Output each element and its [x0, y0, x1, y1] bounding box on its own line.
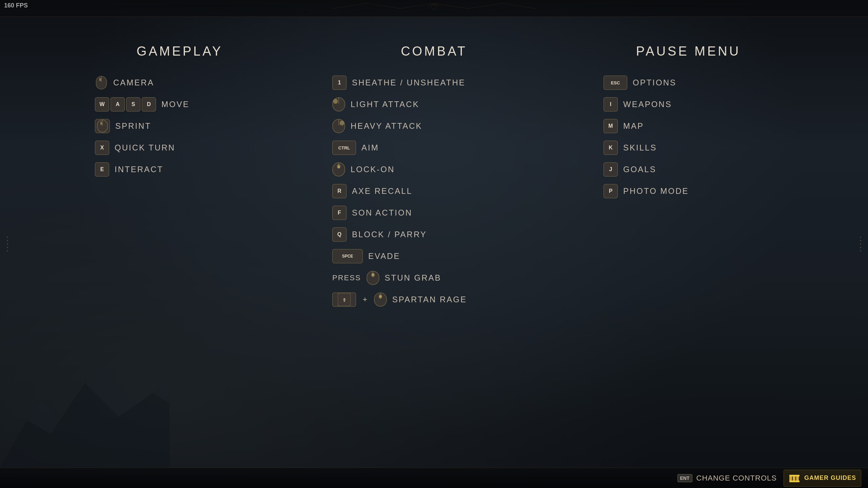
combat-stungrab-label: STUN GRAB: [385, 273, 441, 283]
key-space: SPCE: [332, 249, 363, 263]
enter-key-badge: ENT: [677, 474, 692, 482]
key-lalt: ⇧: [332, 292, 356, 307]
gameplay-move-label: MOVE: [161, 100, 190, 109]
combat-spartanrage-label: SPARTAN RAGE: [392, 295, 467, 304]
svg-rect-32: [789, 475, 800, 476]
combat-sonaction-label: SON ACTION: [352, 208, 412, 218]
main-content: GAMEPLAY CAMERA W A S: [0, 17, 868, 468]
mouse-icon-camera: [95, 76, 108, 90]
pausemenu-column: PAUSE MENU ESC OPTIONS I WEAPONS M MAP: [604, 44, 773, 307]
key-j: J: [604, 162, 618, 177]
combat-sonaction-row: F SON ACTION: [332, 206, 467, 220]
svg-rect-8: [100, 122, 102, 125]
columns-wrapper: GAMEPLAY CAMERA W A S: [61, 44, 807, 307]
combat-heavyattack-row: HEAVY ATTACK: [332, 119, 467, 133]
mouse-left-icon: [332, 97, 345, 111]
key-esc: ESC: [604, 76, 627, 90]
combat-sheathe-label: SHEATHE / UNSHEATHE: [352, 78, 466, 87]
gamer-guides-text: GAMER GUIDES: [804, 474, 856, 482]
change-controls-label: CHANGE CONTROLS: [696, 474, 777, 483]
svg-text:⇧: ⇧: [342, 298, 346, 303]
svg-rect-11: [333, 99, 338, 104]
combat-aim-label: AIM: [361, 143, 379, 152]
pausemenu-skills-row: K SKILLS: [604, 141, 689, 155]
svg-point-22: [372, 274, 374, 276]
key-q: Q: [332, 227, 347, 242]
gameplay-quickturn-label: QUICK TURN: [115, 143, 175, 152]
mouse-spartanrage-icon: [374, 292, 387, 307]
gamer-guides-logo: GAMER GUIDES: [784, 470, 861, 487]
gamer-guides-icon: [789, 472, 801, 484]
combat-title: COMBAT: [401, 44, 467, 59]
bottom-bar: ENT CHANGE CONTROLS GAMER GUIDES: [0, 468, 868, 488]
gameplay-bindings: CAMERA W A S D MOVE: [95, 76, 190, 177]
combat-axerecall-label: AXE RECALL: [352, 186, 412, 196]
pausemenu-map-row: M MAP: [604, 119, 689, 133]
pausemenu-weapons-label: WEAPONS: [623, 100, 672, 109]
pausemenu-bindings: ESC OPTIONS I WEAPONS M MAP K SKILLS: [604, 76, 689, 198]
key-p: P: [604, 184, 618, 198]
combat-stungrab-prefix: PRESS: [332, 273, 361, 282]
combat-lightattack-label: LIGHT ATTACK: [351, 100, 419, 109]
combat-axerecall-row: R AXE RECALL: [332, 184, 467, 198]
gameplay-interact-row: E INTERACT: [95, 162, 190, 177]
key-e: E: [95, 162, 109, 177]
svg-point-28: [379, 296, 381, 298]
top-bar: 160 FPS: [0, 0, 868, 17]
pausemenu-goals-row: J GOALS: [604, 162, 689, 177]
combat-sheathe-row: 1 SHEATHE / UNSHEATHE: [332, 76, 467, 90]
key-1: 1: [332, 76, 347, 90]
pausemenu-title: PAUSE MENU: [636, 44, 741, 59]
combat-spartanrage-plus: +: [363, 295, 367, 304]
pausemenu-photomode-label: PHOTO MODE: [623, 186, 689, 196]
key-f: F: [332, 206, 347, 220]
pausemenu-options-label: OPTIONS: [633, 78, 676, 87]
mouse-press-icon: [367, 271, 379, 285]
combat-lockon-row: LOCK-ON: [332, 162, 467, 177]
key-x: X: [95, 141, 109, 155]
combat-bindings: 1 SHEATHE / UNSHEATHE LIGHT ATTACK: [332, 76, 467, 307]
fps-counter: 160 FPS: [4, 2, 28, 9]
combat-evade-row: SPCE EVADE: [332, 249, 467, 263]
gameplay-sprint-row: SPRINT: [95, 119, 190, 133]
combat-heavyattack-label: HEAVY ATTACK: [351, 121, 422, 131]
pausemenu-photomode-row: P PHOTO MODE: [604, 184, 689, 198]
key-i: I: [604, 97, 618, 111]
pausemenu-map-label: MAP: [623, 121, 644, 131]
gameplay-interact-label: INTERACT: [115, 165, 163, 174]
mouse-middle-icon: [332, 162, 345, 177]
combat-blockparry-row: Q BLOCK / PARRY: [332, 227, 467, 242]
combat-evade-label: EVADE: [368, 251, 400, 261]
combat-stungrab-row: PRESS STUN GRAB: [332, 271, 467, 285]
key-r: R: [332, 184, 347, 198]
key-a: A: [111, 97, 125, 111]
gameplay-camera-row: CAMERA: [95, 76, 190, 90]
pausemenu-skills-label: SKILLS: [623, 143, 657, 152]
gameplay-camera-label: CAMERA: [113, 78, 154, 87]
gameplay-sprint-label: SPRINT: [115, 121, 151, 131]
key-s: S: [126, 97, 140, 111]
pausemenu-options-row: ESC OPTIONS: [604, 76, 689, 90]
key-ctrl: CTRL: [332, 141, 356, 155]
key-sprint: [95, 119, 110, 133]
change-controls-area: ENT CHANGE CONTROLS: [677, 474, 777, 483]
svg-rect-14: [340, 121, 344, 125]
combat-spartanrage-row: ⇧ + SPARTAN RAGE: [332, 292, 467, 307]
top-pattern: [0, 0, 868, 17]
pausemenu-goals-label: GOALS: [623, 165, 656, 174]
wasd-cluster: W A S D: [95, 97, 156, 111]
gameplay-column: GAMEPLAY CAMERA W A S: [95, 44, 264, 307]
svg-rect-5: [99, 78, 101, 81]
key-k: K: [604, 141, 618, 155]
svg-rect-33: [789, 481, 800, 482]
gameplay-move-row: W A S D MOVE: [95, 97, 190, 111]
key-m: M: [604, 119, 618, 133]
svg-point-18: [338, 166, 340, 168]
gameplay-quickturn-row: X QUICK TURN: [95, 141, 190, 155]
combat-lockon-label: LOCK-ON: [351, 165, 395, 174]
combat-lightattack-row: LIGHT ATTACK: [332, 97, 467, 111]
combat-column: COMBAT 1 SHEATHE / UNSHEATHE LIGHT ATTAC…: [332, 44, 536, 307]
combat-aim-row: CTRL AIM: [332, 141, 467, 155]
key-d: D: [142, 97, 156, 111]
gameplay-title: GAMEPLAY: [137, 44, 223, 59]
